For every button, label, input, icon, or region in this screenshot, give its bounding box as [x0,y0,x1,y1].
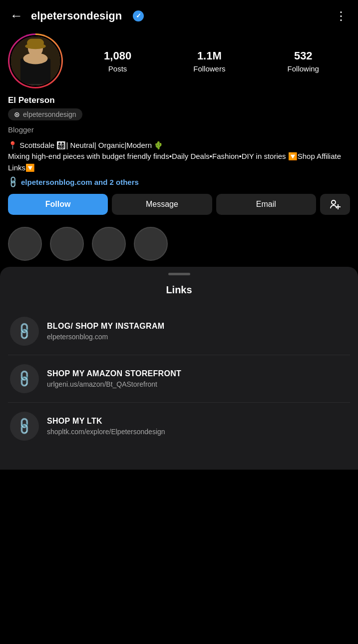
threads-badge[interactable]: ⊛ elpetersondesign [8,108,82,120]
followers-label: Followers [193,64,225,73]
posts-label: Posts [108,64,127,73]
stat-following[interactable]: 532 Following [288,49,319,73]
profile-section: 1,080 Posts 1.1M Followers 532 Following… [0,28,358,267]
add-friend-button[interactable] [320,194,350,215]
bio-description: 📍 Scottsdale 👨‍👩‍👧‍👦| Neutral| Organic|M… [8,140,350,174]
message-button[interactable]: Message [112,194,212,215]
avatar-inner [9,35,61,87]
highlights-row [8,223,350,267]
link-item-0[interactable]: 🔗 BLOG/ SHOP MY INSTAGRAM elpetersonblog… [8,308,350,355]
website-link[interactable]: 🔗 elpetersonblog.com and 2 others [8,177,350,187]
header-username: elpetersondesign [31,9,122,22]
followers-count: 1.1M [197,49,222,62]
highlight-circle [134,227,168,261]
svg-point-3 [23,53,48,64]
highlight-circle [92,227,126,261]
link-icon-circle-0: 🔗 [10,317,39,346]
display-name: El Peterson [8,95,350,105]
highlight-item[interactable] [134,227,168,261]
header: ← elpetersondesign ✓ ⋮ [0,0,358,28]
bio-role: Blogger [8,124,350,136]
link-icon-circle-1: 🔗 [10,364,39,393]
link-title-0: BLOG/ SHOP MY INSTAGRAM [47,322,164,331]
profile-top: 1,080 Posts 1.1M Followers 532 Following [8,33,350,88]
chain-icon-1: 🔗 [14,368,34,389]
following-label: Following [288,64,319,73]
link-icon: 🔗 [6,175,20,189]
link-icon-circle-2: 🔗 [10,412,39,441]
link-url-0: elpetersonblog.com [47,333,164,341]
highlight-circle [8,227,42,261]
chain-icon-2: 🔗 [14,416,34,436]
links-title: Links [0,279,358,308]
stats-container: 1,080 Posts 1.1M Followers 532 Following [73,49,350,73]
drag-handle[interactable] [0,267,358,279]
bottom-sheet: Links 🔗 BLOG/ SHOP MY INSTAGRAM elpeters… [0,267,358,470]
verified-icon: ✓ [133,10,144,21]
more-options-button[interactable]: ⋮ [335,9,348,23]
role-text: Blogger [8,125,34,134]
link-url-2: shopltk.com/explore/Elpetersondesign [47,428,165,436]
header-left: ← elpetersondesign ✓ [10,8,144,23]
link-text-2: SHOP MY LTK shopltk.com/explore/Elpeters… [47,417,165,436]
link-text-0: BLOG/ SHOP MY INSTAGRAM elpetersonblog.c… [47,322,164,341]
link-url-1: urlgeni.us/amazon/Bt_QAStorefront [47,380,181,388]
chain-icon-0: 🔗 [14,321,34,341]
drag-bar [168,273,190,275]
avatar[interactable] [8,33,63,88]
link-list: 🔗 BLOG/ SHOP MY INSTAGRAM elpetersonblog… [0,308,358,450]
action-buttons: Follow Message Email [8,194,350,215]
posts-count: 1,080 [104,49,131,62]
highlight-item[interactable] [8,227,42,261]
threads-username: elpetersondesign [23,110,76,118]
highlight-circle [50,227,84,261]
link-item-2[interactable]: 🔗 SHOP MY LTK shopltk.com/explore/Elpete… [8,403,350,450]
verified-badge: ✓ [133,10,144,21]
highlight-item[interactable] [92,227,126,261]
link-item-1[interactable]: 🔗 SHOP MY AMAZON STOREFRONT urlgeni.us/a… [8,355,350,403]
highlight-item[interactable] [50,227,84,261]
link-title-1: SHOP MY AMAZON STOREFRONT [47,369,181,378]
avatar-image [11,36,60,85]
bottom-sheet-backdrop: Links 🔗 BLOG/ SHOP MY INSTAGRAM elpeters… [0,267,358,470]
website-text: elpetersonblog.com and 2 others [21,178,139,186]
link-text-1: SHOP MY AMAZON STOREFRONT urlgeni.us/ama… [47,369,181,388]
back-button[interactable]: ← [10,8,23,23]
follow-button[interactable]: Follow [8,194,108,215]
following-count: 532 [294,49,313,62]
stat-followers[interactable]: 1.1M Followers [193,49,225,73]
threads-icon: ⊛ [14,110,20,118]
email-button[interactable]: Email [216,194,316,215]
svg-point-6 [332,200,336,204]
avatar-ring [8,33,63,88]
link-title-2: SHOP MY LTK [47,417,165,426]
stat-posts[interactable]: 1,080 Posts [104,49,131,73]
svg-rect-5 [27,39,44,47]
